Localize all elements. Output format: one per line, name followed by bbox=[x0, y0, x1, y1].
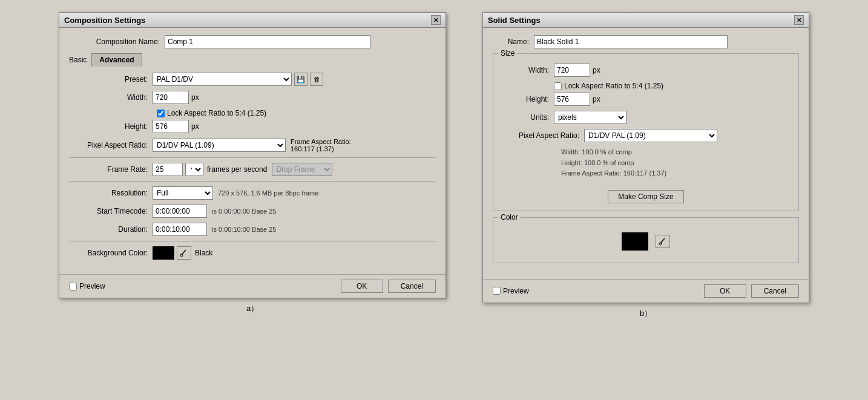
frame-rate-suffix: frames per second bbox=[207, 165, 267, 174]
cancel-button[interactable]: Cancel bbox=[388, 280, 436, 293]
solid-pixel-aspect-row: Pixel Aspect Ratio: D1/DV PAL (1.09) bbox=[501, 129, 791, 142]
solid-pixel-aspect-select[interactable]: D1/DV PAL (1.09) bbox=[584, 129, 717, 142]
preset-row: Preset: PAL D1/DV 💾 🗑 bbox=[69, 73, 436, 86]
frame-rate-dropdown[interactable]: ▼ bbox=[185, 163, 203, 176]
frame-rate-input[interactable] bbox=[153, 163, 183, 176]
preset-label: Preset: bbox=[69, 75, 148, 84]
bg-color-name: Black bbox=[195, 249, 212, 257]
resolution-select[interactable]: Full bbox=[153, 186, 213, 200]
solid-units-label: Units: bbox=[501, 113, 549, 122]
solid-preview-row: Preview bbox=[493, 287, 529, 295]
tab-advanced[interactable]: Advanced bbox=[91, 53, 142, 67]
preset-select[interactable]: PAL D1/DV bbox=[153, 73, 292, 86]
composition-settings-title: Composition Settings bbox=[64, 16, 145, 25]
color-section: Color bbox=[493, 217, 799, 263]
solid-settings-body: Name: Size Width: px Lock Aspect Ratio t… bbox=[483, 28, 809, 277]
eyedropper-icon bbox=[180, 249, 188, 257]
resolution-info: 720 x 576, 1.6 MB per 8bpc frame bbox=[218, 189, 318, 197]
height-label: Height: bbox=[69, 122, 148, 131]
duration-label: Duration: bbox=[69, 225, 148, 234]
width-input[interactable] bbox=[153, 91, 189, 104]
solid-color-swatch[interactable] bbox=[622, 232, 648, 251]
solid-height-row: Height: px bbox=[501, 93, 791, 106]
composition-settings-close-button[interactable]: ✕ bbox=[431, 15, 441, 25]
start-timecode-input[interactable] bbox=[153, 205, 207, 218]
solid-name-label: Name: bbox=[493, 38, 529, 46]
caption-b: b） bbox=[640, 308, 652, 319]
duration-input[interactable] bbox=[153, 223, 207, 236]
frame-rate-row: Frame Rate: ▼ frames per second Drop Fra… bbox=[69, 163, 436, 176]
solid-preview-label: Preview bbox=[503, 287, 529, 295]
solid-name-row: Name: bbox=[493, 35, 799, 48]
preview-row: Preview bbox=[69, 282, 105, 290]
width-label: Width: bbox=[69, 93, 148, 102]
solid-width-row: Width: px bbox=[501, 64, 791, 77]
composition-settings-footer: Preview OK Cancel bbox=[59, 274, 446, 298]
pixel-aspect-row: Pixel Aspect Ratio: D1/DV PAL (1.09) Fra… bbox=[69, 138, 436, 152]
bg-color-label: Background Color: bbox=[69, 249, 148, 257]
bg-color-row: Background Color: Black bbox=[69, 246, 436, 260]
solid-eyedropper-button[interactable] bbox=[656, 235, 670, 248]
duration-row: Duration: is 0:00:10:00 Base 25 bbox=[69, 223, 436, 236]
solid-preview-checkbox[interactable] bbox=[493, 287, 501, 295]
composition-settings-dialog: Composition Settings ✕ Composition Name:… bbox=[59, 12, 446, 298]
solid-lock-aspect-checkbox[interactable] bbox=[554, 82, 562, 90]
frame-rate-label: Frame Rate: bbox=[69, 165, 148, 174]
pixel-aspect-select[interactable]: D1/DV PAL (1.09) bbox=[153, 139, 286, 152]
solid-settings-titlebar: Solid Settings ✕ bbox=[483, 13, 809, 28]
height-row: Height: px bbox=[69, 120, 436, 133]
frame-aspect-info: Frame Aspect Ratio: 160:117 (1.37) bbox=[291, 138, 351, 152]
solid-units-select[interactable]: pixels bbox=[554, 111, 626, 124]
solid-info-frame-aspect: Frame Aspect Ratio: 160:117 (1.37) bbox=[561, 168, 791, 179]
width-unit: px bbox=[191, 93, 199, 102]
make-comp-size-container: Make Comp Size bbox=[501, 185, 791, 203]
solid-eyedropper-icon bbox=[659, 237, 667, 246]
composition-settings-body: Composition Name: Basic Advanced Preset:… bbox=[59, 28, 446, 272]
solid-name-input[interactable] bbox=[534, 35, 728, 48]
drop-frame-select[interactable]: Drop Frame bbox=[272, 163, 332, 176]
solid-cancel-button[interactable]: Cancel bbox=[751, 284, 799, 298]
solid-lock-aspect-row: Lock Aspect Ratio to 5:4 (1.25) bbox=[554, 82, 791, 90]
solid-width-unit: px bbox=[593, 66, 600, 74]
composition-settings-wrapper: Composition Settings ✕ Composition Name:… bbox=[59, 12, 446, 314]
color-section-label: Color bbox=[498, 213, 521, 221]
solid-lock-aspect-label: Lock Aspect Ratio to 5:4 (1.25) bbox=[564, 82, 663, 90]
solid-settings-close-button[interactable]: ✕ bbox=[794, 15, 804, 25]
start-timecode-label: Start Timecode: bbox=[69, 207, 148, 215]
resolution-row: Resolution: Full 720 x 576, 1.6 MB per 8… bbox=[69, 186, 436, 200]
solid-settings-footer: Preview OK Cancel bbox=[483, 279, 809, 303]
ok-button[interactable]: OK bbox=[341, 280, 383, 293]
comp-name-row: Composition Name: bbox=[69, 35, 436, 48]
pixel-aspect-label: Pixel Aspect Ratio: bbox=[69, 141, 148, 149]
bg-color-swatch[interactable] bbox=[153, 246, 174, 260]
solid-ok-button[interactable]: OK bbox=[704, 284, 746, 298]
caption-a: a） bbox=[246, 303, 258, 314]
resolution-label: Resolution: bbox=[69, 189, 148, 197]
composition-settings-titlebar: Composition Settings ✕ bbox=[59, 13, 446, 28]
preview-label: Preview bbox=[79, 282, 105, 290]
lock-aspect-checkbox[interactable] bbox=[157, 110, 165, 117]
start-timecode-row: Start Timecode: is 0:00:00:00 Base 25 bbox=[69, 205, 436, 218]
duration-info: is 0:00:10:00 Base 25 bbox=[212, 226, 276, 233]
lock-aspect-label: Lock Aspect Ratio to 5:4 (1.25) bbox=[167, 109, 266, 117]
preview-checkbox[interactable] bbox=[69, 283, 77, 290]
bg-eyedropper-button[interactable] bbox=[177, 246, 191, 260]
solid-settings-dialog: Solid Settings ✕ Name: Size Width: px bbox=[482, 12, 809, 303]
height-input[interactable] bbox=[153, 120, 189, 133]
lock-aspect-row: Lock Aspect Ratio to 5:4 (1.25) bbox=[157, 109, 436, 117]
tab-basic-label: Basic bbox=[69, 56, 87, 64]
width-row: Width: px bbox=[69, 91, 436, 104]
solid-pixel-aspect-label: Pixel Aspect Ratio: bbox=[501, 131, 579, 140]
comp-name-input[interactable] bbox=[165, 35, 370, 48]
solid-info-height: Height: 100.0 % of comp bbox=[561, 158, 791, 169]
solid-width-input[interactable] bbox=[554, 64, 590, 77]
solid-settings-title: Solid Settings bbox=[488, 16, 541, 25]
comp-name-label: Composition Name: bbox=[69, 38, 160, 46]
solid-info-width: Width: 100.0 % of comp bbox=[561, 147, 791, 158]
height-unit: px bbox=[191, 122, 199, 131]
delete-preset-button[interactable]: 🗑 bbox=[310, 73, 323, 86]
color-row bbox=[501, 223, 791, 255]
save-preset-button[interactable]: 💾 bbox=[294, 73, 307, 86]
make-comp-size-button[interactable]: Make Comp Size bbox=[608, 190, 683, 203]
solid-height-input[interactable] bbox=[554, 93, 590, 106]
